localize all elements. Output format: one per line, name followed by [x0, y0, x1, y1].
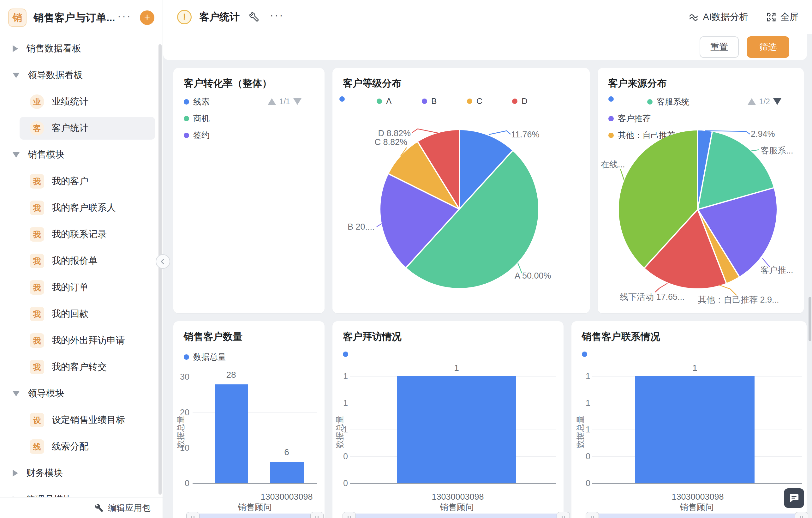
sidebar-item-我的客户联系人[interactable]: 我我的客户联系人: [0, 195, 163, 221]
sidebar-section-管理员模块[interactable]: 管理员模块: [0, 486, 163, 497]
y-tick-label: 1: [586, 425, 590, 435]
pager-up-icon[interactable]: [748, 98, 756, 105]
add-button[interactable]: +: [140, 10, 154, 25]
bar[interactable]: [635, 376, 755, 483]
bar[interactable]: [397, 376, 516, 483]
legend-item-签约[interactable]: 签约: [184, 130, 210, 141]
ai-analysis-button[interactable]: AI数据分析: [688, 11, 748, 23]
sidebar-collapse-button[interactable]: [156, 254, 170, 269]
filter-button[interactable]: 筛选: [747, 36, 789, 58]
chat-widget-button[interactable]: [784, 488, 804, 508]
x-axis-name: 销售顾问: [238, 501, 272, 513]
legend-item-unnamed[interactable]: [339, 96, 345, 102]
card-title: 客户拜访情况: [343, 330, 402, 343]
datazoom-left-handle[interactable]: [586, 512, 599, 518]
legend-item-unnamed[interactable]: [582, 352, 587, 357]
sidebar-item-我的回款[interactable]: 我我的回款: [0, 301, 163, 327]
legend-item-unnamed[interactable]: [343, 352, 348, 357]
fullscreen-button[interactable]: 全屏: [766, 11, 799, 23]
pie-label: C 8.82%: [374, 137, 407, 147]
legend-item-客户推荐[interactable]: 客户推荐: [608, 113, 651, 124]
sidebar-item-设定销售业绩目标[interactable]: 设设定销售业绩目标: [0, 407, 163, 433]
edit-app-package-button[interactable]: 编辑应用包: [108, 502, 151, 514]
sidebar-section-销售模块[interactable]: 销售模块: [0, 141, 163, 168]
caret-right-icon[interactable]: [12, 470, 18, 476]
label: 我的联系记录: [52, 228, 107, 241]
pager-down-icon[interactable]: [293, 98, 301, 105]
legend-dot: [608, 96, 614, 102]
sidebar-item-我的外出拜访申请[interactable]: 我我的外出拜访申请: [0, 327, 163, 354]
label: 我的外出拜访申请: [52, 334, 125, 347]
card-title: 销售客户数量: [184, 330, 242, 343]
caret-down-icon[interactable]: [12, 73, 20, 78]
pie-chart[interactable]: [619, 131, 777, 289]
sidebar-item-我的订单[interactable]: 我我的订单: [0, 274, 163, 301]
datazoom-slider[interactable]: [349, 514, 563, 518]
caret-right-icon[interactable]: [12, 496, 18, 497]
item-glyph-icon: 线: [30, 439, 44, 454]
pie-label: 客服系...: [760, 145, 793, 156]
legend-item-数据总量[interactable]: 数据总量: [184, 352, 226, 362]
sidebar-item-业绩统计[interactable]: 业业绩统计: [0, 88, 163, 115]
chevron-left-icon: [159, 258, 167, 265]
legend-item-线索[interactable]: 线索: [184, 96, 210, 107]
legend-label: 客户推荐: [618, 113, 651, 124]
sidebar-section-领导数据看板[interactable]: 领导数据看板: [0, 62, 163, 88]
datazoom-right-handle[interactable]: [310, 512, 324, 518]
gridline: [193, 412, 317, 413]
datazoom-slider[interactable]: [592, 514, 802, 518]
page-scrollbar[interactable]: [809, 297, 811, 341]
card-conversion-rate: 客户转化率（整体） 线索商机签约1/1: [173, 68, 324, 313]
datazoom-left-handle[interactable]: [186, 512, 200, 518]
datazoom-right-handle[interactable]: [795, 512, 808, 518]
configure-button[interactable]: [249, 12, 259, 22]
sidebar-item-我的客户转交[interactable]: 我我的客户转交: [0, 354, 163, 380]
label: 财务模块: [26, 467, 63, 480]
legend-item-unnamed[interactable]: [608, 96, 614, 102]
pie-label: 在线...: [601, 159, 625, 170]
sidebar-footer: 编辑应用包: [0, 497, 163, 518]
sidebar-section-销售数据看板[interactable]: 销售数据看板: [0, 35, 163, 62]
datazoom-right-handle[interactable]: [557, 512, 570, 518]
legend-item-A[interactable]: A: [377, 96, 392, 106]
sidebar-item-我的联系记录[interactable]: 我我的联系记录: [0, 221, 163, 248]
sidebar-section-财务模块[interactable]: 财务模块: [0, 460, 163, 486]
sidebar-scrollbar[interactable]: [158, 44, 162, 495]
reset-button[interactable]: 重置: [700, 36, 739, 58]
legend-item-C[interactable]: C: [467, 96, 483, 106]
warning-icon: !: [177, 10, 192, 24]
pager-up-icon[interactable]: [268, 98, 276, 105]
datazoom-left-handle[interactable]: [343, 512, 356, 518]
pie-chart[interactable]: [380, 130, 538, 288]
caret-down-icon[interactable]: [12, 152, 20, 158]
sidebar-item-我的客户[interactable]: 我我的客户: [0, 168, 163, 195]
sidebar-item-我的报价单[interactable]: 我我的报价单: [0, 248, 163, 274]
legend-item-D[interactable]: D: [512, 96, 527, 106]
more-icon[interactable]: ···: [270, 9, 284, 25]
caret-right-icon[interactable]: [12, 45, 18, 52]
datazoom-slider[interactable]: [193, 514, 317, 518]
item-glyph-icon: 我: [30, 174, 44, 189]
legend-dot: [467, 99, 472, 104]
caret-down-icon[interactable]: [12, 391, 20, 397]
legend-item-商机[interactable]: 商机: [184, 113, 210, 124]
y-tick-label: 1: [343, 398, 348, 408]
legend-item-B[interactable]: B: [422, 96, 437, 106]
label: 客户统计: [52, 122, 88, 135]
sidebar-section-领导模块[interactable]: 领导模块: [0, 380, 163, 407]
y-tick-label: 30: [180, 372, 190, 382]
legend-item-客服系统[interactable]: 客服系统: [647, 96, 690, 107]
bar[interactable]: [215, 384, 248, 483]
sidebar-item-客户统计[interactable]: 客客户统计: [0, 115, 163, 141]
label: 业绩统计: [52, 96, 88, 108]
x-axis-line: [350, 483, 556, 484]
pie-label: B 20....: [348, 222, 375, 232]
pager-down-icon[interactable]: [773, 98, 781, 105]
label: 我的客户联系人: [52, 201, 116, 214]
label: 管理员模块: [26, 493, 72, 497]
pie-label: 客户推...: [760, 264, 793, 276]
legend-label: 客服系统: [657, 96, 690, 107]
bar[interactable]: [270, 462, 304, 483]
more-icon[interactable]: ···: [117, 10, 132, 22]
sidebar-item-线索分配[interactable]: 线线索分配: [0, 433, 163, 460]
